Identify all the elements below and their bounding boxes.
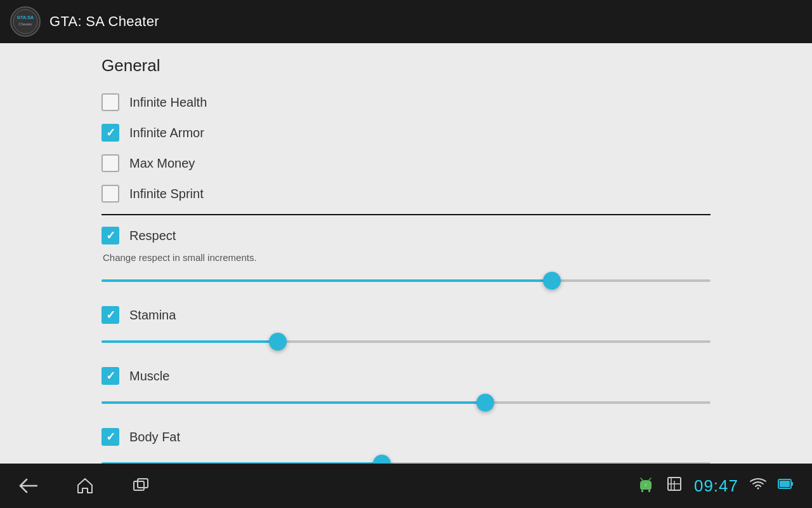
svg-rect-3: [134, 481, 144, 490]
svg-text:Cheater: Cheater: [18, 22, 32, 26]
app-logo: GTA:SA Cheater: [10, 6, 41, 37]
checkbox-muscle[interactable]: [102, 367, 119, 385]
slider-track-fill-body-fat: [102, 462, 382, 464]
android-icon: !: [637, 476, 655, 496]
checkbox-label-stamina: Stamina: [129, 308, 176, 323]
checkbox-max-money[interactable]: [102, 154, 119, 172]
slider-description-respect: Change respect in small increments.: [102, 252, 710, 263]
checkbox-infinite-sprint[interactable]: [102, 185, 119, 203]
svg-rect-10: [648, 490, 650, 492]
checkbox-label-infinite-health: Infinite Health: [129, 95, 207, 110]
svg-line-7: [641, 478, 643, 480]
svg-rect-9: [641, 490, 643, 492]
checkbox-infinite-health[interactable]: [102, 93, 119, 111]
content-area: General Infinite Health Infinite Armor M…: [0, 43, 812, 464]
slider-thumb-muscle[interactable]: [476, 394, 494, 411]
status-area: ! 09:47: [637, 476, 793, 496]
checkbox-item-max-money: Max Money: [102, 148, 710, 178]
slider-thumb-respect[interactable]: [543, 272, 561, 290]
top-bar: GTA:SA Cheater GTA: SA Cheater: [0, 0, 812, 43]
svg-text:GTA:SA: GTA:SA: [17, 15, 34, 20]
app-title: GTA: SA Cheater: [49, 13, 159, 30]
svg-point-0: [13, 10, 37, 34]
checkbox-item-muscle: Muscle: [102, 361, 710, 391]
slider-section-respect: Respect Change respect in small incremen…: [102, 220, 710, 292]
checkbox-item-infinite-sprint: Infinite Sprint: [102, 178, 710, 209]
svg-line-8: [649, 478, 651, 480]
svg-rect-4: [138, 479, 148, 488]
store-icon: [666, 476, 683, 496]
checkbox-label-muscle: Muscle: [129, 369, 169, 384]
checkbox-item-infinite-health: Infinite Health: [102, 87, 710, 117]
checkbox-infinite-armor[interactable]: [102, 124, 119, 142]
recent-apps-button[interactable]: [132, 477, 150, 495]
slider-respect[interactable]: [102, 269, 710, 292]
checkbox-body-fat[interactable]: [102, 428, 119, 446]
section-title: General: [102, 56, 710, 76]
slider-body-fat[interactable]: [102, 452, 710, 464]
slider-section-stamina: Stamina: [102, 300, 710, 353]
slider-track-fill-respect: [102, 279, 552, 282]
slider-stamina[interactable]: [102, 330, 710, 353]
slider-thumb-stamina[interactable]: [269, 333, 287, 351]
back-button[interactable]: [19, 478, 38, 493]
svg-rect-14: [791, 482, 793, 486]
checkbox-item-respect: Respect: [102, 220, 710, 251]
checkbox-stamina[interactable]: [102, 306, 119, 324]
nav-buttons: [19, 477, 150, 495]
checkbox-item-stamina: Stamina: [102, 300, 710, 330]
slider-track-fill-stamina: [102, 340, 278, 343]
slider-muscle[interactable]: [102, 391, 710, 414]
slider-thumb-body-fat[interactable]: [373, 455, 391, 464]
wifi-icon: [750, 478, 766, 494]
checkbox-respect[interactable]: [102, 227, 119, 244]
slider-section-muscle: Muscle: [102, 361, 710, 414]
checkbox-label-infinite-sprint: Infinite Sprint: [129, 187, 204, 201]
checkbox-item-body-fat: Body Fat: [102, 422, 710, 452]
battery-icon: [778, 478, 793, 494]
checkbox-item-infinite-armor: Infinite Armor: [102, 117, 710, 148]
checkbox-label-respect: Respect: [129, 229, 176, 243]
section-divider: [102, 214, 710, 215]
checkbox-label-max-money: Max Money: [129, 156, 195, 171]
time-display: 09:47: [694, 476, 738, 496]
checkbox-label-infinite-armor: Infinite Armor: [129, 126, 204, 140]
checkbox-label-body-fat: Body Fat: [129, 430, 180, 444]
svg-rect-15: [780, 481, 790, 487]
home-button[interactable]: [76, 477, 94, 495]
bottom-bar: ! 09:47: [0, 464, 812, 508]
svg-text:!: !: [645, 483, 646, 487]
checkboxes-container: Infinite Health Infinite Armor Max Money…: [102, 87, 710, 209]
slider-track-fill-muscle: [102, 401, 485, 404]
slider-section-body-fat: Body Fat: [102, 422, 710, 464]
